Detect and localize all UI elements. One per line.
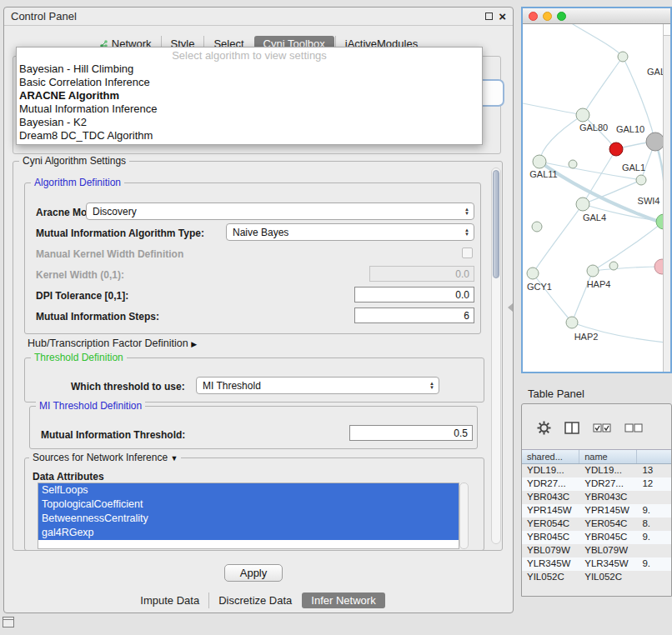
select-all-checkboxes-icon[interactable] [593, 423, 611, 432]
dropdown-item-bayesian-hill-climbing[interactable]: Bayesian - Hill Climbing [17, 62, 482, 76]
data-attributes-label: Data Attributes [33, 471, 104, 482]
svg-text:HAP2: HAP2 [574, 332, 599, 342]
svg-text:GAL11: GAL11 [529, 169, 557, 179]
control-panel-titlebar: Control Panel × [4, 8, 513, 26]
which-threshold-value: MI Threshold [203, 380, 261, 392]
float-window-icon[interactable] [485, 12, 493, 20]
zoom-traffic-light-icon[interactable] [557, 12, 566, 21]
cell: YBL079W [579, 544, 637, 558]
dpi-tolerance-label: DPI Tolerance [0,1]: [36, 290, 128, 302]
columns-icon[interactable] [564, 422, 579, 434]
table-row[interactable]: YBR045C YBR045C 9. [522, 531, 671, 544]
cell: YIL052C [522, 571, 579, 584]
mi-threshold-field[interactable] [349, 425, 473, 441]
dropdown-item-basic-correlation[interactable]: Basic Correlation Inference [17, 76, 482, 89]
manual-kernel-label: Manual Kernel Width Definition [36, 248, 183, 260]
combo-arrows-icon: ▲▼ [425, 382, 439, 390]
tab-discretize-data[interactable]: Discretize Data [208, 592, 301, 608]
mi-steps-label: Mutual Information Steps: [36, 311, 159, 322]
list-item-selfloops[interactable]: SelfLoops [38, 483, 459, 498]
node-pink[interactable] [654, 259, 663, 274]
table-row[interactable]: YIL052C YIL052C [522, 571, 671, 584]
node[interactable] [569, 160, 577, 168]
hub-section-toggle[interactable]: Hub/Transcription Factor Definition ▶ [28, 338, 197, 349]
dropdown-item-bayesian-k2[interactable]: Bayesian - K2 [17, 116, 482, 129]
node-gal4[interactable] [576, 198, 589, 211]
list-item-topologicalcoefficient[interactable]: TopologicalCoefficient [38, 498, 459, 512]
column-header-shared[interactable]: shared... [522, 450, 579, 463]
table-row[interactable]: YDL19... YDL19... 13 [522, 464, 671, 478]
attributes-list-scrollbar[interactable] [459, 482, 469, 549]
cell: 9. [637, 531, 671, 544]
table-row[interactable]: YLR345W YLR345W 9. [522, 558, 671, 571]
network-canvas[interactable]: GAL GAL80 GAL10 GAL11 GAL1 SWI4 GAL4 GCY… [523, 24, 663, 372]
docked-panel-icon[interactable] [3, 617, 14, 628]
network-window-titlebar[interactable] [523, 8, 670, 24]
threshold-definition-title: Threshold Definition [31, 352, 127, 363]
cell: YDR27... [579, 478, 637, 491]
table-row[interactable]: YBR043C YBR043C [522, 491, 671, 504]
desktop: Control Panel × Network Style Select Cyn… [0, 0, 672, 635]
cell: YLR345W [579, 558, 637, 571]
node-gcy1[interactable] [527, 268, 539, 279]
node-gal10-gray[interactable] [646, 132, 663, 151]
node[interactable] [618, 52, 628, 62]
cell: YDR27... [522, 478, 579, 491]
minimize-traffic-light-icon[interactable] [543, 12, 552, 21]
manual-kernel-checkbox[interactable] [462, 248, 473, 258]
mi-type-select[interactable]: Naive Bayes ▲▼ [226, 223, 474, 241]
node-gal1[interactable] [636, 175, 646, 185]
mi-type-label: Mutual Information Algorithm Type: [36, 228, 204, 239]
tab-impute-data[interactable]: Impute Data [131, 592, 208, 608]
node-selected-red[interactable] [609, 142, 623, 156]
list-item-betweennesscentrality[interactable]: BetweennessCentrality [38, 512, 459, 526]
cell [637, 571, 671, 584]
mi-steps-field[interactable] [354, 308, 474, 323]
deselect-all-checkboxes-icon[interactable] [624, 423, 643, 432]
table-row[interactable]: YDR27... YDR27... 12 [522, 478, 671, 491]
apply-button[interactable]: Apply [224, 564, 283, 582]
sources-group-toggle[interactable]: Sources for Network Inference ▼ [29, 452, 181, 463]
table-row[interactable]: YPR145W YPR145W 9. [522, 504, 671, 518]
dropdown-item-dream8[interactable]: Dream8 DC_TDC Algorithm [17, 129, 482, 142]
svg-text:GAL: GAL [647, 67, 663, 77]
cell: YBR043C [522, 491, 579, 504]
node-hap4[interactable] [587, 265, 599, 277]
which-threshold-label: Which threshold to use: [71, 381, 185, 392]
which-threshold-select[interactable]: MI Threshold ▲▼ [196, 377, 439, 394]
chevron-down-icon: ▼ [170, 454, 178, 462]
cyni-bottom-tabs: Impute Data Discretize Data Infer Networ… [4, 591, 513, 609]
dropdown-item-mutual-information[interactable]: Mutual Information Inference [17, 102, 482, 116]
node[interactable] [532, 222, 542, 232]
node[interactable] [609, 262, 618, 270]
kernel-width-label: Kernel Width (0,1): [36, 269, 124, 281]
dropdown-item-aracne[interactable]: ARACNE Algorithm [17, 89, 482, 102]
gear-icon[interactable] [537, 421, 551, 435]
settings-scrollbar-thumb[interactable] [493, 170, 499, 278]
node-gal11[interactable] [533, 155, 546, 168]
node-gal80[interactable] [576, 108, 589, 122]
scrollbar-arrow-icon[interactable] [664, 24, 670, 36]
table-toolbar [537, 421, 643, 435]
column-header-name[interactable]: name [579, 450, 637, 463]
node-hap2[interactable] [566, 317, 578, 328]
settings-scrollbar[interactable] [491, 168, 501, 544]
table-row[interactable]: YBL079W YBL079W [522, 544, 671, 558]
splitter-collapse-icon[interactable] [508, 303, 513, 312]
tab-infer-network[interactable]: Infer Network [302, 592, 384, 608]
dpi-tolerance-field[interactable] [354, 287, 474, 302]
algorithm-definition-title: Algorithm Definition [31, 177, 124, 188]
column-header-third[interactable] [637, 450, 671, 463]
close-icon[interactable]: × [499, 11, 506, 22]
data-attributes-list: SelfLoops TopologicalCoefficient Between… [38, 482, 459, 549]
network-vertical-scrollbar[interactable] [663, 24, 670, 372]
tab-infer-network-label: Infer Network [311, 594, 375, 607]
svg-text:HAP4: HAP4 [587, 279, 611, 289]
cell: YBR043C [579, 491, 637, 504]
close-traffic-light-icon[interactable] [529, 12, 538, 21]
svg-text:GAL80: GAL80 [579, 122, 608, 132]
table-row[interactable]: YER054C YER054C 8. [522, 518, 671, 531]
aracne-mode-select[interactable]: Discovery ▲▼ [86, 202, 474, 220]
list-item-gal4rgexp[interactable]: gal4RGexp [38, 526, 459, 540]
hub-section-label: Hub/Transcription Factor Definition [28, 338, 188, 349]
